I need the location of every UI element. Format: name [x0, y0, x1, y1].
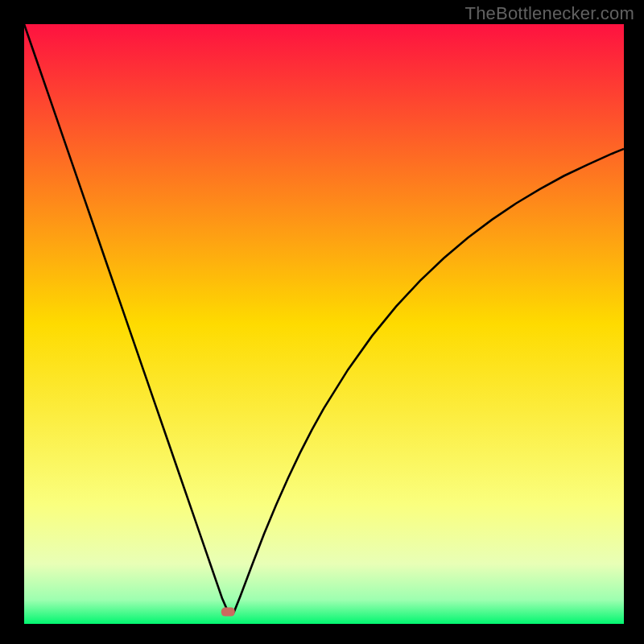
gradient-background: [24, 24, 624, 624]
chart-svg: [24, 24, 624, 624]
plot-frame: [24, 24, 624, 624]
minimum-marker: [221, 608, 235, 617]
watermark-text: TheBottlenecker.com: [465, 3, 634, 24]
